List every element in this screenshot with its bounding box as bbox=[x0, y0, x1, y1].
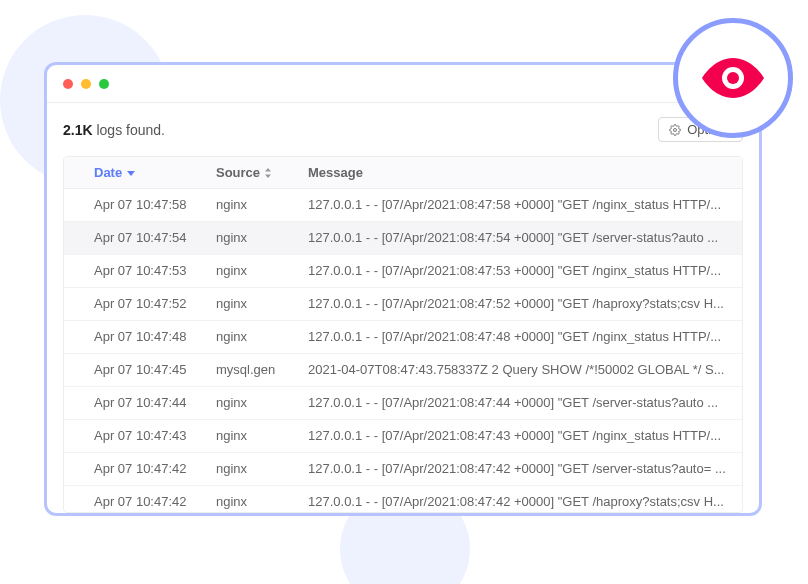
cell-date: Apr 07 10:47:52 bbox=[84, 288, 206, 320]
eye-icon bbox=[702, 58, 764, 98]
cell-date: Apr 07 10:47:54 bbox=[84, 222, 206, 254]
cell-source: nginx bbox=[206, 420, 298, 452]
gear-icon bbox=[669, 124, 681, 136]
svg-point-2 bbox=[674, 128, 677, 131]
table-row[interactable]: Apr 07 10:47:54nginx127.0.0.1 - - [07/Ap… bbox=[64, 222, 742, 255]
logs-count-suffix: logs found. bbox=[96, 122, 165, 138]
cell-message: 127.0.0.1 - - [07/Apr/2021:08:47:42 +000… bbox=[298, 486, 742, 513]
table-row[interactable]: Apr 07 10:47:42nginx127.0.0.1 - - [07/Ap… bbox=[64, 453, 742, 486]
cell-message: 127.0.0.1 - - [07/Apr/2021:08:47:54 +000… bbox=[298, 222, 742, 254]
table-row[interactable]: Apr 07 10:47:48nginx127.0.0.1 - - [07/Ap… bbox=[64, 321, 742, 354]
cell-date: Apr 07 10:47:58 bbox=[84, 189, 206, 221]
cell-source: nginx bbox=[206, 453, 298, 485]
svg-point-1 bbox=[727, 72, 739, 84]
cell-date: Apr 07 10:47:53 bbox=[84, 255, 206, 287]
cell-date: Apr 07 10:47:43 bbox=[84, 420, 206, 452]
cell-date: Apr 07 10:47:42 bbox=[84, 486, 206, 513]
window-close-dot[interactable] bbox=[63, 79, 73, 89]
window-minimize-dot[interactable] bbox=[81, 79, 91, 89]
cell-source: nginx bbox=[206, 255, 298, 287]
cell-date: Apr 07 10:47:45 bbox=[84, 354, 206, 386]
table-row[interactable]: Apr 07 10:47:58nginx127.0.0.1 - - [07/Ap… bbox=[64, 189, 742, 222]
table-row[interactable]: Apr 07 10:47:42nginx127.0.0.1 - - [07/Ap… bbox=[64, 486, 742, 513]
sort-icon bbox=[264, 167, 272, 179]
cell-source: nginx bbox=[206, 222, 298, 254]
table-row[interactable]: Apr 07 10:47:45mysql.gen2021-04-07T08:47… bbox=[64, 354, 742, 387]
cell-source: nginx bbox=[206, 189, 298, 221]
cell-message: 127.0.0.1 - - [07/Apr/2021:08:47:53 +000… bbox=[298, 255, 742, 287]
cell-message: 2021-04-07T08:47:43.758337Z 2 Query SHOW… bbox=[298, 354, 742, 386]
title-bar bbox=[47, 65, 759, 103]
eye-badge bbox=[673, 18, 793, 138]
cell-date: Apr 07 10:47:48 bbox=[84, 321, 206, 353]
cell-message: 127.0.0.1 - - [07/Apr/2021:08:47:43 +000… bbox=[298, 420, 742, 452]
cell-date: Apr 07 10:47:44 bbox=[84, 387, 206, 419]
cell-source: nginx bbox=[206, 288, 298, 320]
cell-source: nginx bbox=[206, 387, 298, 419]
cell-message: 127.0.0.1 - - [07/Apr/2021:08:47:44 +000… bbox=[298, 387, 742, 419]
cell-message: 127.0.0.1 - - [07/Apr/2021:08:47:42 +000… bbox=[298, 453, 742, 485]
table-row[interactable]: Apr 07 10:47:52nginx127.0.0.1 - - [07/Ap… bbox=[64, 288, 742, 321]
logs-table: Date Source Message Apr 07 10:47:58nginx… bbox=[63, 156, 743, 513]
logs-count-text: 2.1K logs found. bbox=[63, 122, 165, 138]
table-header: Date Source Message bbox=[64, 157, 742, 189]
column-header-source-label: Source bbox=[216, 165, 260, 180]
browser-window: 2.1K logs found. Options Date Source bbox=[44, 62, 762, 516]
cell-message: 127.0.0.1 - - [07/Apr/2021:08:47:58 +000… bbox=[298, 189, 742, 221]
cell-source: nginx bbox=[206, 486, 298, 513]
cell-date: Apr 07 10:47:42 bbox=[84, 453, 206, 485]
cell-message: 127.0.0.1 - - [07/Apr/2021:08:47:48 +000… bbox=[298, 321, 742, 353]
table-row[interactable]: Apr 07 10:47:43nginx127.0.0.1 - - [07/Ap… bbox=[64, 420, 742, 453]
column-header-date-label: Date bbox=[94, 165, 122, 180]
column-header-source[interactable]: Source bbox=[206, 157, 298, 188]
table-row[interactable]: Apr 07 10:47:53nginx127.0.0.1 - - [07/Ap… bbox=[64, 255, 742, 288]
column-header-message[interactable]: Message bbox=[298, 157, 742, 188]
logs-count-number: 2.1K bbox=[63, 122, 93, 138]
table-body: Apr 07 10:47:58nginx127.0.0.1 - - [07/Ap… bbox=[64, 189, 742, 513]
cell-source: mysql.gen bbox=[206, 354, 298, 386]
cell-message: 127.0.0.1 - - [07/Apr/2021:08:47:52 +000… bbox=[298, 288, 742, 320]
sort-desc-icon bbox=[126, 168, 136, 178]
table-row[interactable]: Apr 07 10:47:44nginx127.0.0.1 - - [07/Ap… bbox=[64, 387, 742, 420]
cell-source: nginx bbox=[206, 321, 298, 353]
column-header-date[interactable]: Date bbox=[84, 157, 206, 188]
window-zoom-dot[interactable] bbox=[99, 79, 109, 89]
